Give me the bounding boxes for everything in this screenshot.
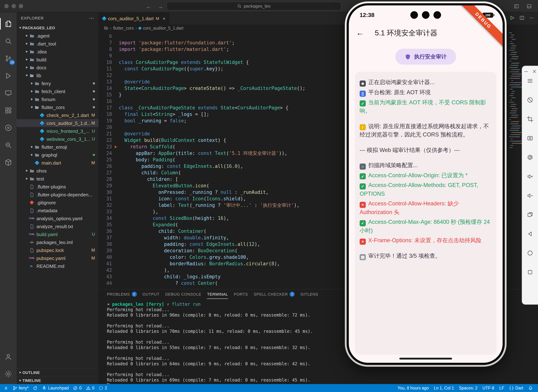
activity-run-debug-icon[interactable] xyxy=(0,67,17,84)
tree-file[interactable]: check_env_2_1.dartM xyxy=(17,111,98,119)
tree-folder[interactable]: flutter_emoji xyxy=(17,143,98,151)
panel-tab-debug-console[interactable]: DEBUG CONSOLE xyxy=(165,289,201,299)
tree-file[interactable]: .flutter-plugins-dependen... xyxy=(17,191,98,199)
minimize-window-button[interactable] xyxy=(12,4,16,8)
panel-tab-terminal[interactable]: TERMINAL xyxy=(207,289,228,299)
tree-file[interactable]: main.dartM xyxy=(17,159,98,167)
chevron-right-icon[interactable] xyxy=(24,66,29,69)
tree-folder[interactable]: .idea xyxy=(17,48,98,56)
breakpoint-marker[interactable] xyxy=(115,145,117,148)
chevron-down-icon[interactable] xyxy=(24,75,29,76)
breadcrumb-item[interactable]: cors_auditor_5_1.dart xyxy=(143,26,183,30)
nav-back-icon[interactable]: ← xyxy=(146,3,151,9)
tree-file[interactable]: webview_cors_3_1...U xyxy=(17,135,98,143)
tree-file[interactable]: </>packages_leo.iml xyxy=(17,238,98,246)
status-indentation[interactable]: Spaces: 2 xyxy=(459,386,477,390)
home-indicator[interactable] xyxy=(399,358,452,359)
tree-file[interactable]: pubspec.lockM xyxy=(17,246,98,254)
tree-file[interactable]: M↓README.md xyxy=(17,262,98,270)
status-launchpad[interactable]: Launchpad xyxy=(42,386,69,390)
section-timeline[interactable]: TIMELINE xyxy=(17,376,98,384)
sim-touch-off-button[interactable] xyxy=(527,97,533,103)
chevron-right-icon[interactable] xyxy=(30,154,34,156)
status-remote[interactable] xyxy=(4,386,8,390)
tree-folder[interactable]: ohos xyxy=(17,167,98,175)
breadcrumb-item[interactable]: flutter_cors xyxy=(113,26,134,30)
tree-folder[interactable]: test xyxy=(17,175,98,183)
status-notifications[interactable] xyxy=(528,386,533,390)
sim-back-button[interactable] xyxy=(527,231,533,237)
section-packages-leo[interactable]: PACKAGES_LEO xyxy=(17,24,98,32)
tree-folder[interactable]: ferry xyxy=(17,79,98,87)
editor-tab[interactable]: cors_auditor_5_1.dart M × xyxy=(99,12,169,24)
activity-remote-icon[interactable] xyxy=(0,84,17,102)
panel-tab-problems[interactable]: PROBLEMS2 xyxy=(107,289,137,299)
close-window-button[interactable] xyxy=(4,4,9,8)
tree-folder[interactable]: .dart_tool xyxy=(17,40,98,48)
tree-file[interactable]: YAMLbuild.yamlU xyxy=(17,230,98,238)
back-arrow-icon[interactable]: ← xyxy=(356,29,364,37)
status-eol[interactable]: LF xyxy=(499,386,504,390)
activity-extensions-icon[interactable] xyxy=(0,102,17,119)
status-encoding[interactable]: UTF-8 xyxy=(482,386,494,390)
sim-home-button[interactable] xyxy=(527,250,533,256)
sim-crop-button[interactable] xyxy=(527,116,533,122)
activity-search-icon[interactable] xyxy=(0,33,17,50)
close-tab-icon[interactable]: × xyxy=(163,16,165,21)
panel-tab-gitlens[interactable]: GITLENS xyxy=(301,289,318,299)
tree-file[interactable]: .metadata xyxy=(17,206,98,215)
tree-folder[interactable]: .agent xyxy=(17,32,98,40)
tree-folder[interactable]: flutter_cors xyxy=(17,103,98,111)
chevron-down-icon[interactable] xyxy=(30,106,34,108)
sim-minimize-button[interactable] xyxy=(523,69,529,74)
tree-file[interactable]: cors_auditor_5_1.d...M xyxy=(17,119,98,127)
panel-tab-ports[interactable]: PORTS xyxy=(234,289,248,299)
activity-source-control-icon[interactable]: 29 xyxy=(0,50,17,67)
more-actions-icon[interactable]: ⋯ xyxy=(89,15,94,21)
status-spell-issues[interactable]: 2 xyxy=(98,386,107,390)
zoom-window-button[interactable] xyxy=(19,4,23,8)
chevron-right-icon[interactable] xyxy=(30,90,34,92)
chevron-right-icon[interactable] xyxy=(24,51,29,53)
panel-tab-spell-checker[interactable]: SPELL CHECKER2 xyxy=(254,289,295,299)
sim-recents-button[interactable] xyxy=(527,269,533,275)
tree-file[interactable]: analyze_result.txt xyxy=(17,222,98,230)
chevron-right-icon[interactable] xyxy=(30,82,34,84)
activity-code-search-icon[interactable] xyxy=(0,136,17,154)
status-language-mode[interactable]: Dart xyxy=(509,386,523,390)
status-sync[interactable] xyxy=(33,386,38,390)
activity-packages-icon[interactable] xyxy=(0,154,17,171)
chevron-right-icon[interactable] xyxy=(30,98,34,100)
chevron-right-icon[interactable] xyxy=(30,146,34,148)
breadcrumb-item[interactable]: lib xyxy=(104,26,108,30)
status-warnings[interactable]: 0 xyxy=(86,386,94,390)
chevron-right-icon[interactable] xyxy=(24,177,29,180)
tree-folder[interactable]: build xyxy=(17,56,98,64)
more-icon[interactable] xyxy=(529,15,534,22)
sim-volume-down-button[interactable] xyxy=(527,192,533,199)
status-blame[interactable]: You, 8 hours ago xyxy=(398,386,429,390)
layout-panel-icon[interactable] xyxy=(526,3,532,9)
activity-explorer-icon[interactable] xyxy=(0,15,17,33)
tree-folder[interactable]: graphql xyxy=(17,151,98,159)
activity-account-icon[interactable] xyxy=(0,348,17,365)
tree-file[interactable]: YAMLpubspec.yamlM xyxy=(17,254,98,262)
tree-file[interactable]: YAMLanalysis_options.yaml xyxy=(17,215,98,222)
tree-folder[interactable]: docs xyxy=(17,64,98,71)
status-branch[interactable]: ferry* xyxy=(13,386,29,390)
run-icon[interactable] xyxy=(510,15,515,22)
panel-tab-output[interactable]: OUTPUT xyxy=(142,289,159,299)
split-icon[interactable] xyxy=(519,15,525,22)
status-errors[interactable]: 0 xyxy=(73,386,82,390)
chevron-right-icon[interactable] xyxy=(24,170,29,172)
sim-windows-button[interactable] xyxy=(527,211,533,218)
chevron-right-icon[interactable] xyxy=(24,42,29,45)
command-center-search[interactable]: packages_leo xyxy=(166,2,341,10)
layout-sidebar-icon[interactable] xyxy=(514,3,519,9)
run-audit-button[interactable]: 执行安全审计 xyxy=(395,49,456,65)
tree-file[interactable]: .flutter-plugins xyxy=(17,183,98,191)
chevron-right-icon[interactable] xyxy=(24,58,29,61)
sim-screenshot-button[interactable] xyxy=(527,135,533,141)
tree-folder[interactable]: fetch_client xyxy=(17,87,98,95)
activity-pull-requests-icon[interactable] xyxy=(0,119,17,136)
